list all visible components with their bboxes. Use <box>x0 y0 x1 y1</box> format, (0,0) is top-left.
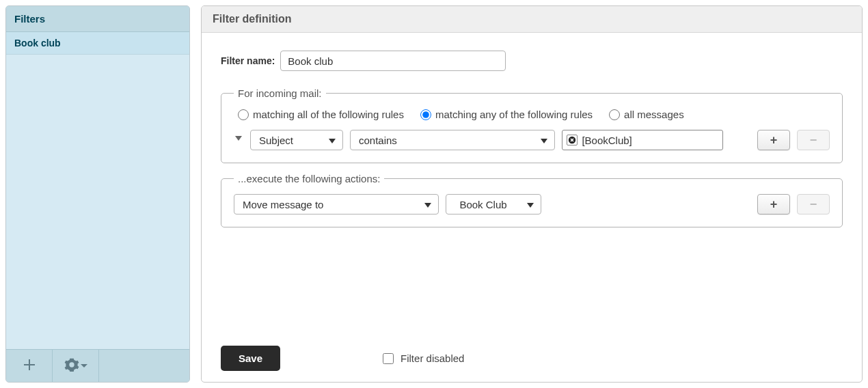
rule-expand-toggle[interactable] <box>235 136 242 144</box>
filter-list-item[interactable]: Book club <box>6 32 189 55</box>
filter-name-label: Filter name: <box>221 55 275 66</box>
plus-icon: + <box>770 197 778 212</box>
filters-sidebar: Filters Book club <box>5 5 190 383</box>
action-type-value: Move message to <box>243 199 323 210</box>
action-type-select[interactable]: Move message to <box>234 194 439 214</box>
actions-legend: ...execute the following actions: <box>234 173 384 184</box>
filter-disabled-checkbox[interactable]: Filter disabled <box>383 352 464 364</box>
plus-icon: + <box>770 133 778 148</box>
filter-definition-panel: Filter definition Filter name: For incom… <box>201 5 863 383</box>
minus-icon: − <box>810 133 817 148</box>
action-target-value: Book Club <box>459 199 506 210</box>
plus-icon <box>23 358 36 374</box>
filters-list: Book club <box>6 32 189 349</box>
panel-title: Filter definition <box>202 6 862 33</box>
filter-list-item-label: Book club <box>14 38 61 48</box>
match-any-radio-input[interactable] <box>420 109 431 120</box>
filter-disabled-label: Filter disabled <box>401 352 464 364</box>
minus-icon: − <box>810 197 817 212</box>
rules-fieldset: For incoming mail: matching all of the f… <box>221 87 843 163</box>
sidebar-title: Filters <box>6 6 189 32</box>
action-target-select[interactable]: Book Club <box>446 194 541 214</box>
filter-name-input[interactable] <box>280 51 506 71</box>
match-all-label: matching all of the following rules <box>253 109 404 120</box>
match-any-radio[interactable]: matching any of the following rules <box>420 109 593 120</box>
rule-field-value: Subject <box>259 135 293 146</box>
remove-rule-button: − <box>797 130 830 150</box>
match-all-radio-input[interactable] <box>238 109 249 120</box>
save-button[interactable]: Save <box>221 346 280 371</box>
filter-disabled-checkbox-input[interactable] <box>383 353 394 364</box>
all-messages-radio-input[interactable] <box>609 109 620 120</box>
filter-options-button[interactable] <box>53 350 99 382</box>
match-any-label: matching any of the following rules <box>435 109 593 120</box>
all-messages-label: all messages <box>624 109 684 120</box>
rule-value-wrap <box>562 130 723 150</box>
add-filter-button[interactable] <box>6 350 53 382</box>
clear-input-icon[interactable] <box>567 135 578 146</box>
remove-action-button: − <box>797 194 830 214</box>
rule-operator-value: contains <box>359 135 397 146</box>
sidebar-toolbar <box>6 349 189 382</box>
actions-fieldset: ...execute the following actions: Move m… <box>221 173 843 227</box>
add-rule-button[interactable]: + <box>757 130 790 150</box>
gear-icon <box>64 357 79 374</box>
rule-field-select[interactable]: Subject <box>250 130 343 150</box>
all-messages-radio[interactable]: all messages <box>609 109 684 120</box>
rule-value-input[interactable] <box>582 135 717 146</box>
rules-legend: For incoming mail: <box>234 87 326 99</box>
add-action-button[interactable]: + <box>757 194 790 214</box>
match-all-radio[interactable]: matching all of the following rules <box>238 109 404 120</box>
chevron-down-icon <box>81 361 87 372</box>
rule-operator-select[interactable]: contains <box>350 130 555 150</box>
